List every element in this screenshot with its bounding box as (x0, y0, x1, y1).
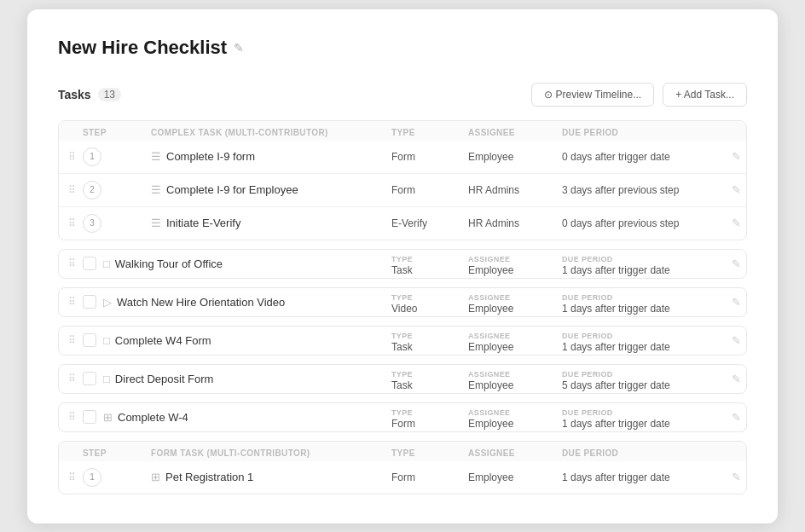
task-name[interactable]: Watch New Hire Orientation Video (117, 296, 285, 309)
complex-task-group: STEP COMPLEX TASK (MULTI-CONTRIBUTOR) TY… (58, 120, 747, 240)
due-cell: 3 days after previous step (559, 173, 721, 206)
assignee-value: Employee (468, 379, 513, 391)
row-edit-icon[interactable]: ✎ (732, 217, 741, 229)
due-meta-cell: DUE PERIOD 5 days after trigger date (559, 365, 721, 393)
step-cell: 1 (79, 141, 148, 174)
assignee-meta-label: ASSIGNEE (468, 255, 555, 263)
assignee-cell: HR Admins (465, 173, 559, 206)
due-value: 1 days after trigger date (562, 418, 670, 430)
task-name[interactable]: Complete I-9 for Employee (166, 183, 298, 196)
task-icon: ☰ (151, 217, 161, 229)
task-name[interactable]: Complete W4 Form (115, 334, 211, 347)
assignee-meta-cell: ASSIGNEE Employee (465, 365, 559, 393)
task-name[interactable]: Direct Deposit Form (115, 373, 214, 385)
add-task-button[interactable]: + Add Task... (663, 83, 747, 107)
checkbox[interactable] (83, 410, 96, 424)
task-name[interactable]: Complete W-4 (118, 411, 188, 424)
form-task-header: FORM TASK (MULTI-CONTRIBUTOR) (148, 442, 388, 461)
type-value: Video (391, 303, 417, 315)
tasks-header: Tasks 13 ⊙ Preview Timeline... + Add Tas… (58, 83, 747, 107)
edit-cell: ✎ (721, 403, 746, 431)
assignee-meta-label: ASSIGNEE (468, 332, 555, 340)
drag-handle: ⠿ (59, 288, 79, 316)
row-edit-icon[interactable]: ✎ (732, 257, 741, 270)
table-row: ⠿ ▷ Watch New Hire Orientation Video TYP… (59, 288, 746, 316)
preview-timeline-button[interactable]: ⊙ Preview Timeline... (531, 83, 654, 107)
form-group-header-row: STEP FORM TASK (MULTI-CONTRIBUTOR) TYPE … (59, 442, 746, 461)
type-meta-label: TYPE (391, 370, 461, 379)
edit-cell: ✎ (721, 173, 746, 206)
type-meta-cell: TYPE Task (388, 327, 465, 355)
main-card: New Hire Checklist ✎ Tasks 13 ⊙ Preview … (27, 9, 778, 523)
type-meta-label: TYPE (391, 255, 461, 263)
step-number: 1 (83, 468, 101, 487)
task-row: ⠿ 3 ☰ Initiate E-Verify E-Verify HR Admi… (59, 206, 746, 240)
assignee-meta-cell: ASSIGNEE Employee (465, 403, 559, 431)
task-icon: ⊞ (103, 411, 113, 424)
checkbox[interactable] (83, 372, 96, 385)
type-cell: E-Verify (388, 206, 465, 240)
task-name-cell: ☰ Complete I-9 form (148, 141, 388, 174)
table-row: ⠿ ⊞ Complete W-4 TYPE Form (59, 403, 746, 431)
form-assignee-header: ASSIGNEE (465, 442, 559, 461)
task-name-cell: ⊞ Pet Registration 1 (148, 461, 388, 494)
checkbox-cell (79, 250, 100, 278)
assignee-value: Employee (468, 341, 513, 353)
step-number: 2 (83, 181, 101, 200)
drag-handle: ⠿ (59, 141, 79, 174)
assignee-meta-label: ASSIGNEE (468, 370, 555, 379)
due-meta-cell: DUE PERIOD 1 days after trigger date (559, 250, 721, 278)
task-name-cell: ▷ Watch New Hire Orientation Video (100, 288, 388, 316)
task-icon: ▷ (103, 296, 112, 309)
task-name[interactable]: Walking Tour of Office (115, 257, 223, 270)
row-edit-icon[interactable]: ✎ (732, 183, 741, 196)
checkbox[interactable] (83, 333, 96, 347)
edit-cell: ✎ (721, 288, 746, 316)
type-value: Task (391, 341, 413, 353)
task-row: ⠿ 2 ☰ Complete I-9 for Employee Form HR … (59, 173, 746, 206)
due-value: 5 days after trigger date (562, 379, 670, 391)
row-edit-icon[interactable]: ✎ (732, 296, 741, 309)
checkbox[interactable] (83, 295, 96, 309)
task-icon: □ (103, 257, 110, 270)
checkbox-cell (79, 403, 100, 431)
checkbox-cell (79, 327, 100, 355)
form-type-header: TYPE (388, 442, 465, 461)
row-edit-icon[interactable]: ✎ (732, 334, 741, 347)
due-meta-label: DUE PERIOD (562, 408, 717, 417)
due-cell: 1 days after trigger date (559, 461, 721, 494)
task-name[interactable]: Initiate E-Verify (166, 217, 240, 229)
type-value: Task (391, 379, 413, 391)
checkbox[interactable] (83, 257, 96, 270)
task-name-cell: ⊞ Complete W-4 (100, 403, 388, 431)
step-number: 3 (83, 214, 101, 233)
assignee-cell: HR Admins (465, 206, 559, 240)
group-header-row: STEP COMPLEX TASK (MULTI-CONTRIBUTOR) TY… (59, 121, 746, 141)
drag-handle: ⠿ (59, 250, 79, 278)
assignee-meta-cell: ASSIGNEE Employee (465, 288, 559, 316)
task-name[interactable]: Complete I-9 form (166, 150, 255, 163)
checkbox-cell (79, 288, 100, 316)
assignee-cell: Employee (465, 461, 559, 494)
assignee-meta-cell: ASSIGNEE Employee (465, 327, 559, 355)
task-row: ⠿ 1 ⊞ Pet Registration 1 Form Employee 1… (59, 461, 746, 494)
edit-cell: ✎ (721, 206, 746, 240)
row-edit-icon[interactable]: ✎ (732, 373, 741, 385)
row-edit-icon[interactable]: ✎ (732, 411, 741, 424)
checkbox-cell (79, 365, 100, 393)
task-name-cell: □ Complete W4 Form (100, 327, 388, 355)
form-task-group: STEP FORM TASK (MULTI-CONTRIBUTOR) TYPE … (58, 441, 747, 494)
row-edit-icon[interactable]: ✎ (732, 471, 741, 483)
task-name-cell: □ Direct Deposit Form (100, 365, 388, 393)
due-col-header: DUE PERIOD (559, 121, 721, 141)
task-name[interactable]: Pet Registration 1 (165, 471, 253, 483)
due-value: 1 days after trigger date (562, 303, 670, 315)
assignee-meta-cell: ASSIGNEE Employee (465, 250, 559, 278)
drag-handle: ⠿ (59, 206, 79, 240)
edit-cell: ✎ (721, 365, 746, 393)
tasks-label-group: Tasks 13 (58, 88, 121, 101)
title-edit-icon[interactable]: ✎ (234, 41, 244, 55)
edit-cell: ✎ (721, 327, 746, 355)
row-edit-icon[interactable]: ✎ (732, 150, 741, 163)
task-icon: □ (103, 334, 110, 347)
